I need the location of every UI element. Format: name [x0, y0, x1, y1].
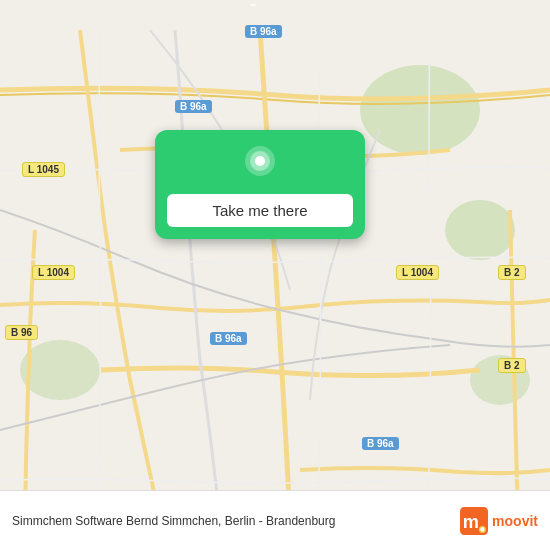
- moovit-logo: m moovit: [460, 507, 538, 535]
- road-label-b96: B 96: [5, 325, 38, 340]
- road-label-b96a-bottom: B 96a: [362, 437, 399, 450]
- road-label-b2-bottom: B 2: [498, 358, 526, 373]
- take-me-there-button[interactable]: Take me there: [167, 194, 353, 227]
- svg-point-2: [20, 340, 100, 400]
- svg-point-7: [255, 156, 265, 166]
- svg-point-11: [480, 527, 484, 531]
- road-label-pasewalker: [250, 4, 256, 6]
- svg-point-1: [445, 200, 515, 260]
- map-container: B 96a L 1045 B 96a L 1004 B 96 B 96a L 1…: [0, 0, 550, 550]
- location-pin-icon: [240, 146, 280, 186]
- road-label-b96a-mid: B 96a: [175, 100, 212, 113]
- business-name: Simmchem Software Bernd Simmchen, Berlin…: [12, 514, 460, 528]
- moovit-text: moovit: [492, 513, 538, 529]
- road-label-b96a-top: B 96a: [245, 25, 282, 38]
- road-label-l1045: L 1045: [22, 162, 65, 177]
- moovit-icon: m: [460, 507, 488, 535]
- road-label-b2-top: B 2: [498, 265, 526, 280]
- svg-point-0: [360, 65, 480, 155]
- location-card: Take me there: [155, 130, 365, 239]
- svg-text:m: m: [463, 512, 479, 532]
- road-label-l1004-right: L 1004: [396, 265, 439, 280]
- info-bar: Simmchem Software Bernd Simmchen, Berlin…: [0, 490, 550, 550]
- road-label-l1004-left: L 1004: [32, 265, 75, 280]
- road-label-b96a-center: B 96a: [210, 332, 247, 345]
- road-layer: [0, 0, 550, 550]
